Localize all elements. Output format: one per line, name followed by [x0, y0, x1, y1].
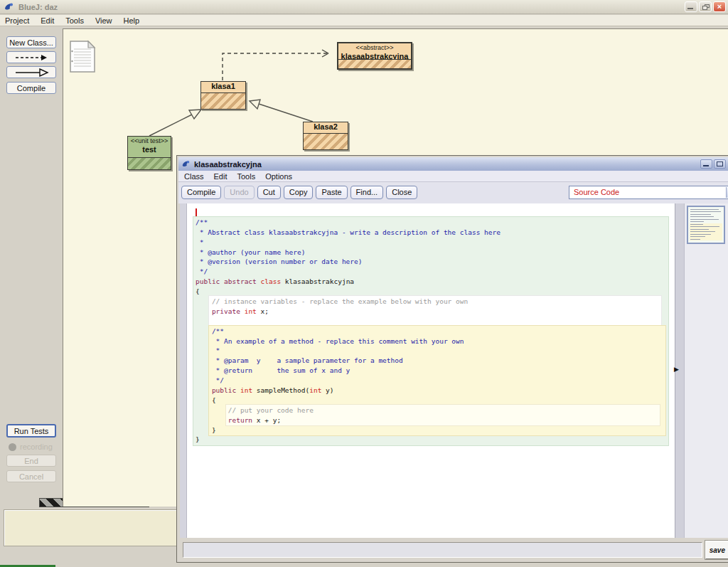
breakpoint-gutter[interactable] — [180, 203, 187, 538]
code-line[interactable]: public int sampleMethod(int y) — [187, 386, 675, 396]
end-button[interactable]: End — [6, 455, 56, 467]
stereotype-label: <<unit test>> — [128, 137, 171, 145]
code-line[interactable]: private int x; — [187, 307, 675, 317]
paste-button[interactable]: Paste — [316, 186, 347, 199]
class-name-label: test — [128, 145, 171, 154]
class-test[interactable]: <<unit test>>test — [127, 136, 171, 170]
copy-button[interactable]: Copy — [284, 186, 314, 199]
naviview-divider[interactable]: ▶ — [675, 203, 684, 538]
code-line[interactable]: // instance variables - replace the exam… — [187, 297, 675, 307]
code-line[interactable]: */ — [187, 376, 675, 386]
code-line[interactable]: } — [187, 425, 675, 435]
code-line[interactable]: * — [187, 238, 675, 248]
editor-menu-tools[interactable]: Tools — [237, 172, 255, 181]
class-name-label: klasa2 — [304, 122, 348, 132]
editor-menu-class[interactable]: Class — [184, 172, 204, 181]
code-line[interactable]: /** — [187, 327, 675, 337]
uncompiled-stripe — [201, 92, 245, 109]
uses-arrow-icon — [11, 53, 51, 62]
bluej-logo-icon — [181, 159, 191, 169]
class-name-label: klasa1 — [201, 82, 245, 91]
restore-button[interactable] — [699, 1, 712, 12]
code-line[interactable]: * @author (your name here) — [187, 248, 675, 258]
compile-button[interactable]: Compile — [181, 186, 221, 199]
code-line[interactable]: * — [187, 346, 675, 356]
editor-window-title: klasaabstrakcyjna — [194, 160, 262, 169]
code-line[interactable] — [187, 208, 675, 218]
editor-minimize-button[interactable] — [700, 159, 712, 169]
class-klasa2[interactable]: klasa2 — [303, 122, 348, 150]
code-line[interactable]: // put your code here — [187, 406, 675, 415]
code-line[interactable]: * An example of a method - replace this … — [187, 337, 675, 346]
cancel-button[interactable]: Cancel — [6, 470, 56, 482]
minimize-button[interactable] — [685, 1, 697, 12]
menu-project[interactable]: Project — [5, 16, 29, 25]
editor-menu-bar: ClassEditToolsOptions — [178, 171, 728, 182]
editor-menu-edit[interactable]: Edit — [214, 172, 228, 181]
stereotype-label: <<abstract>> — [338, 43, 411, 52]
save-status-badge: save — [705, 541, 728, 559]
code-editor-area[interactable]: /** * Abstract class klasaabstrakcyjna -… — [187, 203, 675, 538]
menu-edit[interactable]: Edit — [41, 16, 54, 25]
code-line[interactable]: * @param y a sample parameter for a meth… — [187, 356, 675, 366]
inherits-arrow-icon — [11, 68, 51, 77]
run-tests-button[interactable]: Run Tests — [6, 424, 56, 438]
inherits-arrow-button[interactable] — [6, 66, 56, 78]
close-button[interactable]: × — [713, 1, 726, 12]
code-line[interactable]: { — [187, 396, 675, 406]
bluej-logo-icon — [4, 1, 14, 12]
code-line[interactable]: * Abstract class klasaabstrakcyjna - wri… — [187, 228, 675, 238]
code-line[interactable]: } — [187, 435, 675, 445]
code-line[interactable]: * @return the sum of x and y — [187, 366, 675, 376]
code-line[interactable]: public abstract class klasaabstrakcyjna — [187, 277, 675, 287]
cut-button[interactable]: Cut — [257, 186, 281, 199]
project-notes-icon[interactable] — [69, 40, 96, 73]
close-button[interactable]: Close — [386, 186, 417, 199]
editor-window: klasaabstrakcyjna ClassEditToolsOptions … — [176, 155, 728, 563]
main-window-title: BlueJ: daz — [18, 3, 58, 11]
class-klasa1[interactable]: klasa1 — [200, 81, 246, 110]
bluej-application: BlueJ: daz × ProjectEditToolsViewHelp Ne… — [0, 0, 728, 567]
menu-tools[interactable]: Tools — [65, 16, 84, 25]
code-line[interactable]: return x + y; — [187, 415, 675, 425]
find-button[interactable]: Find... — [350, 186, 384, 199]
menu-help[interactable]: Help — [124, 16, 140, 25]
new-class-button[interactable]: New Class... — [6, 36, 56, 48]
compile-button[interactable]: Compile — [6, 82, 56, 94]
editor-title-bar[interactable]: klasaabstrakcyjna — [178, 157, 728, 171]
uncompiled-stripe — [304, 133, 348, 149]
code-line[interactable]: * @version (version number or date here) — [187, 257, 675, 267]
recording-dot-icon — [9, 443, 16, 451]
view-selector-dropdown[interactable]: Source Code — [569, 186, 728, 199]
menu-view[interactable]: View — [95, 16, 112, 25]
uses-arrow-button[interactable] — [6, 51, 56, 63]
uncompiled-stripe — [128, 157, 171, 169]
code-line[interactable] — [187, 317, 675, 327]
view-selector-value: Source Code — [574, 188, 619, 196]
main-title-bar[interactable]: BlueJ: daz × — [0, 0, 728, 14]
main-menu-bar: ProjectEditToolsViewHelp — [0, 15, 728, 26]
status-message-field — [183, 542, 702, 558]
editor-toolbar: CompileUndoCutCopyPasteFind...Close Sour… — [178, 182, 728, 203]
uncompiled-stripe — [338, 59, 411, 68]
recording-indicator: recording — [9, 443, 53, 451]
class-klasaabstrakcyjna[interactable]: <<abstract>>klasaabstrakcyjna — [337, 42, 412, 70]
text-caret — [196, 208, 197, 216]
editor-menu-options[interactable]: Options — [265, 172, 292, 181]
code-line[interactable]: /** — [187, 218, 675, 228]
code-minimap[interactable] — [687, 206, 725, 244]
undo-button[interactable]: Undo — [224, 186, 254, 199]
recording-label: recording — [20, 443, 53, 451]
naviview-panel — [684, 203, 728, 538]
code-line[interactable]: */ — [187, 267, 675, 277]
editor-status-bar: save — [178, 539, 728, 561]
editor-maximize-button[interactable] — [714, 159, 726, 169]
code-line[interactable]: { — [187, 287, 675, 297]
expand-arrow-icon[interactable]: ▶ — [674, 366, 679, 373]
